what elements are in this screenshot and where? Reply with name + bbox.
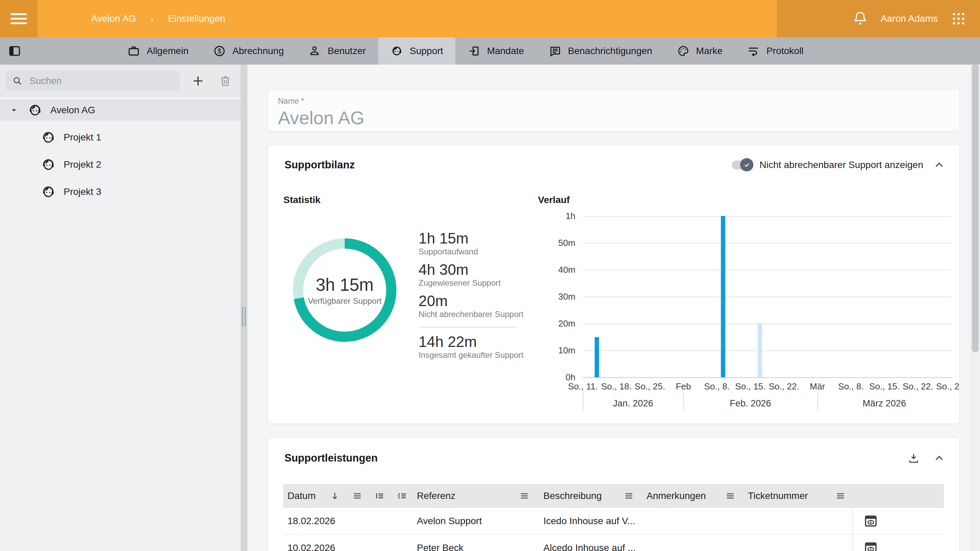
tab-protokoll[interactable]: Protokoll [735, 37, 816, 65]
user-zone: Aaron Adams [777, 0, 980, 37]
bell-icon[interactable] [853, 11, 868, 27]
tree-item-projekt-3[interactable]: Projekt 3 [0, 181, 240, 202]
y-tick: 1h [535, 211, 576, 221]
column-header-beschreibung[interactable]: Beschreibung [539, 491, 642, 501]
column-header-ticketnummer[interactable]: Ticketnummer [743, 491, 853, 501]
table-header-row: Datum [283, 484, 944, 508]
verlauf-bar-chart: 1h 50m 40m 30m 20m 10m 0h So., 11. So., … [583, 216, 951, 377]
column-header-datum[interactable]: Datum [283, 491, 412, 501]
check-icon [743, 161, 751, 169]
verlauf-heading: Verlauf [538, 195, 570, 205]
tree-item-projekt-2[interactable]: Projekt 2 [0, 154, 240, 175]
tab-label: Abrechnung [232, 46, 284, 56]
view-entry-button[interactable] [862, 540, 879, 551]
cell-referenz: Peter Beck [412, 543, 539, 551]
project-tree: Avelon AG Projekt 1 [0, 97, 240, 202]
tab-label: Support [410, 46, 443, 56]
y-tick: 20m [535, 318, 576, 329]
y-tick: 10m [535, 345, 576, 356]
headset-icon [27, 102, 43, 118]
collapse-chevron-up-icon[interactable] [933, 159, 945, 171]
wrap-arrow-icon [747, 44, 760, 57]
sidebar-collapse-button[interactable] [0, 37, 29, 65]
breadcrumb-item-settings[interactable]: Einstellungen [168, 13, 225, 24]
collapse-chevron-up-icon[interactable] [933, 453, 945, 464]
cell-beschreibung: Alcedo Inhouse auf ... [539, 543, 642, 551]
month-label: März 2026 [862, 398, 906, 409]
name-field-value[interactable]: Avelon AG [278, 107, 949, 128]
tab-abrechnung[interactable]: $ Abrechnung [201, 37, 296, 65]
bar-2026-01-14[interactable] [595, 337, 599, 377]
tree-item-avelon-ag[interactable]: Avelon AG [0, 100, 240, 121]
hamburger-menu-button[interactable] [0, 0, 37, 37]
tab-label: Benachrichtigungen [568, 46, 652, 56]
x-tick: So., 18. [601, 381, 632, 392]
x-tick: So., 8. [838, 381, 864, 392]
table-row[interactable]: 18.02.2026 Avelon Support Icedo Inhouse … [283, 508, 944, 535]
search-input[interactable] [29, 76, 172, 86]
main-scrollbar[interactable] [970, 65, 980, 551]
non-billable-toggle[interactable] [732, 160, 752, 169]
tab-label: Marke [696, 46, 723, 56]
column-menu-icon[interactable] [519, 491, 530, 501]
supportbilanz-card: Supportbilanz Nicht abrechenbarer Suppor… [267, 145, 959, 424]
download-icon[interactable] [907, 452, 920, 464]
column-menu-icon[interactable] [352, 491, 363, 501]
tab-support[interactable]: Support [378, 37, 455, 65]
user-name[interactable]: Aaron Adams [881, 13, 938, 24]
column-menu-icon[interactable] [624, 491, 634, 501]
splitter-grip-icon [242, 307, 246, 327]
main-content: Name * Avelon AG Supportbilanz Nicht abr… [247, 65, 970, 551]
tree-item-label: Projekt 2 [64, 159, 102, 170]
caret-down-icon[interactable] [10, 106, 18, 114]
message-icon [549, 44, 562, 57]
sort-desc-icon[interactable] [330, 491, 340, 501]
apps-grid-icon[interactable] [951, 11, 966, 27]
column-menu-icon[interactable] [835, 491, 846, 501]
toggle-thumb [740, 158, 753, 171]
tab-benutzer[interactable]: Benutzer [296, 37, 378, 65]
bar-2026-02-18[interactable] [758, 324, 762, 377]
column-header-anmerkungen[interactable]: Anmerkungen [642, 491, 743, 501]
tabs: Allgemein $ Abrechnung Benutzer [115, 37, 816, 65]
scrollbar-thumb[interactable] [972, 65, 978, 352]
tab-mandate[interactable]: Mandate [455, 37, 536, 65]
tab-allgemein[interactable]: Allgemein [115, 37, 201, 65]
tab-benachrichtigungen[interactable]: Benachrichtigungen [536, 37, 665, 65]
delete-node-button[interactable] [215, 71, 235, 91]
pin-left-menu-icon[interactable] [375, 491, 385, 501]
add-node-button[interactable] [189, 71, 208, 91]
app-window: Avelon AG › Einstellungen Aaron Adams [0, 0, 980, 551]
search-input-wrap[interactable] [5, 71, 180, 91]
column-header-referenz[interactable]: Referenz [412, 491, 539, 501]
y-tick: 50m [535, 238, 576, 248]
supportleistungen-title: Supportleistungen [285, 452, 378, 464]
briefcase-icon [127, 44, 140, 57]
month-separator [683, 393, 684, 411]
sidebar-search-band [0, 65, 240, 97]
column-menu-icon[interactable] [725, 491, 735, 501]
preview-window-eye-icon [863, 513, 878, 529]
headset-icon [390, 44, 403, 57]
y-tick: 40m [535, 265, 576, 275]
plus-icon [191, 74, 205, 88]
trash-icon [218, 74, 232, 88]
cell-actions [853, 535, 944, 551]
settings-tab-bar: Allgemein $ Abrechnung Benutzer [0, 37, 980, 65]
bar-2026-02-10[interactable] [721, 216, 725, 377]
sidebar-splitter[interactable] [240, 65, 247, 551]
tree-item-projekt-1[interactable]: Projekt 1 [0, 127, 240, 148]
breadcrumb-item-company[interactable]: Avelon AG [91, 13, 136, 24]
required-marker: * [301, 97, 304, 105]
group-menu-icon[interactable] [397, 491, 407, 501]
cell-beschreibung: Icedo Inhouse auf V... [539, 516, 642, 527]
breadcrumb-separator: › [150, 13, 154, 24]
x-tick: So., 11. [568, 381, 598, 392]
x-tick: Feb [676, 381, 691, 392]
x-tick: So., 15. [735, 381, 765, 392]
donut-center-value: 3h 15m [316, 275, 374, 295]
x-tick: So., 25. [635, 381, 665, 392]
tab-marke[interactable]: Marke [665, 37, 735, 65]
view-entry-button[interactable] [862, 513, 879, 529]
table-row[interactable]: 10.02.2026 Peter Beck Alcedo Inhouse auf… [283, 535, 944, 551]
